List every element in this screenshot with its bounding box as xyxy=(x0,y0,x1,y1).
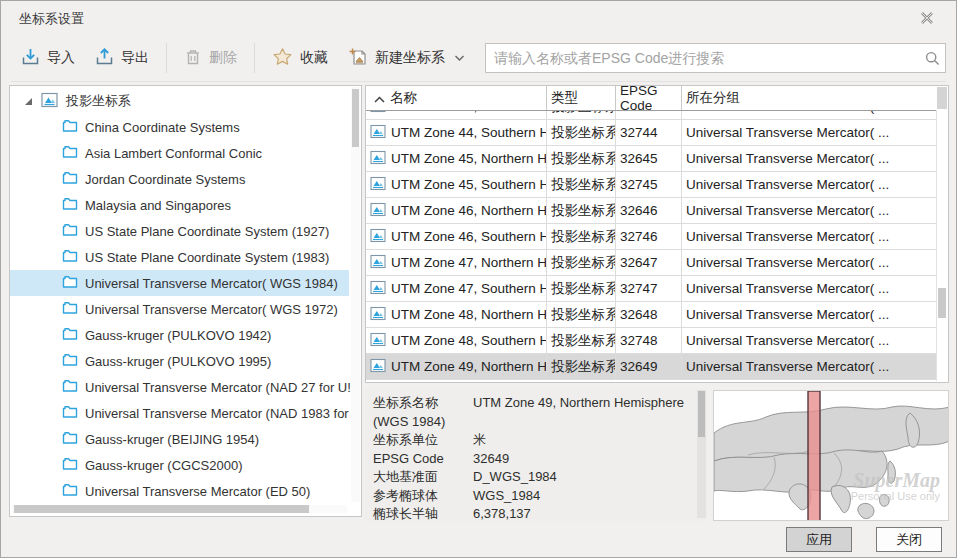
crs-extent-map: SuperMap Personal Use only xyxy=(713,390,949,521)
column-header-type[interactable]: 类型 xyxy=(547,86,616,110)
row-epsg-code: 32647 xyxy=(616,250,682,275)
table-row[interactable]: UTM Zone 49, Northern He... 投影坐标系 32649 … xyxy=(366,354,936,380)
row-type: 投影坐标系 xyxy=(547,120,616,145)
folder-icon xyxy=(62,223,78,240)
export-button[interactable]: 导出 xyxy=(85,41,159,75)
folder-icon xyxy=(62,275,78,292)
column-header-group[interactable]: 所在分组 xyxy=(682,86,936,110)
row-epsg-code: 32744 xyxy=(616,120,682,145)
toolbar-separator xyxy=(254,43,255,73)
detail-value: WGS_1984 xyxy=(473,488,540,503)
utm-zone-strip xyxy=(808,391,820,521)
row-name: UTM Zone 45, Northern He... xyxy=(391,151,547,166)
row-group: Universal Transverse Mercator( ... xyxy=(682,354,936,379)
crs-item-icon xyxy=(370,150,386,168)
tree-item[interactable]: Asia Lambert Conformal Conic xyxy=(10,140,349,166)
tree-item[interactable]: Gauss-kruger (CGCS2000) xyxy=(10,452,349,478)
folder-icon xyxy=(62,145,78,162)
folder-icon xyxy=(62,249,78,266)
toolbar: 导入 导出 删除 xyxy=(11,35,946,82)
row-name: UTM Zone 48, Southern He... xyxy=(391,333,547,348)
tree-item[interactable]: Gauss-kruger (PULKOVO 1942) xyxy=(10,322,349,348)
crs-item-icon xyxy=(370,306,386,324)
tree-root-label: 投影坐标系 xyxy=(66,92,131,110)
table-row[interactable]: UTM Zone 45, Southern He... 投影坐标系 32745 … xyxy=(366,172,936,198)
detail-value: 32649 xyxy=(473,451,509,466)
row-type: 投影坐标系 xyxy=(547,198,616,223)
folder-icon xyxy=(62,379,78,396)
tree-item[interactable]: Universal Transverse Mercator (NAD 1983 … xyxy=(10,400,349,426)
table-viewport: UTM Zone 44, Northern He... 投影坐标系 32644 … xyxy=(366,110,936,381)
row-epsg-code: 32649 xyxy=(616,354,682,379)
tree-item[interactable]: Universal Transverse Mercator( WGS 1972) xyxy=(10,296,349,322)
scrollbar-thumb[interactable] xyxy=(14,505,309,513)
table-row[interactable]: UTM Zone 47, Northern He... 投影坐标系 32647 … xyxy=(366,250,936,276)
tree-item[interactable]: US State Plane Coordinate System (1927) xyxy=(10,218,349,244)
detail-label: 椭球长半轴 xyxy=(373,505,473,521)
detail-row: 坐标系单位米 xyxy=(373,431,693,450)
close-icon[interactable] xyxy=(918,9,936,27)
tree-item[interactable]: Universal Transverse Mercator( WGS 1984) xyxy=(10,270,349,296)
column-header-name[interactable]: 名称 xyxy=(366,86,547,110)
close-button[interactable]: 关闭 xyxy=(876,527,942,552)
new-crs-button[interactable]: 新建坐标系 xyxy=(338,41,475,75)
table-row[interactable]: UTM Zone 46, Northern He... 投影坐标系 32646 … xyxy=(366,198,936,224)
table-row[interactable]: UTM Zone 48, Southern He... 投影坐标系 32748 … xyxy=(366,328,936,354)
details-scrollbar[interactable] xyxy=(697,390,706,518)
row-name: UTM Zone 45, Southern He... xyxy=(391,177,547,192)
favorite-button[interactable]: 收藏 xyxy=(262,41,338,75)
dialog-title: 坐标系设置 xyxy=(19,10,84,28)
coordinate-system-dialog: 坐标系设置 导入 xyxy=(0,0,957,558)
table-row[interactable]: UTM Zone 47, Southern He... 投影坐标系 32747 … xyxy=(366,276,936,302)
row-name: UTM Zone 46, Northern He... xyxy=(391,203,547,218)
crs-group-tree: 投影坐标系 China Coordinate Systems xyxy=(9,85,362,517)
tree-item-label: Universal Transverse Mercator( WGS 1972) xyxy=(85,302,338,317)
folder-icon xyxy=(62,405,78,422)
column-header-epsg[interactable]: EPSG Code xyxy=(616,86,682,110)
tree-horizontal-scrollbar[interactable] xyxy=(12,505,347,513)
toolbar-separator xyxy=(166,43,167,73)
export-label: 导出 xyxy=(121,49,149,67)
tree-item-label: Malaysia and Singapores xyxy=(85,198,231,213)
apply-button[interactable]: 应用 xyxy=(786,527,852,552)
tree-root-projected-crs[interactable]: 投影坐标系 xyxy=(10,88,349,114)
folder-icon xyxy=(62,353,78,370)
scrollbar-corner xyxy=(937,87,947,109)
expand-triangle-icon[interactable] xyxy=(24,94,33,109)
crs-item-icon xyxy=(370,228,386,246)
search-input[interactable] xyxy=(486,45,919,71)
projected-crs-icon xyxy=(41,92,58,111)
tree-item[interactable]: China Coordinate Systems xyxy=(10,114,349,140)
table-row[interactable]: UTM Zone 48, Northern He... 投影坐标系 32648 … xyxy=(366,302,936,328)
scrollbar-thumb[interactable] xyxy=(352,89,359,147)
folder-icon xyxy=(62,197,78,214)
tree-item[interactable]: US State Plane Coordinate System (1983) xyxy=(10,244,349,270)
import-icon xyxy=(21,47,40,69)
tree-item[interactable]: Universal Transverse Mercator (NAD 27 fo… xyxy=(10,374,349,400)
delete-button[interactable]: 删除 xyxy=(174,41,247,75)
row-epsg-code: 32747 xyxy=(616,276,682,301)
tree-item[interactable]: Malaysia and Singapores xyxy=(10,192,349,218)
tree-item[interactable]: Jordan Coordinate Systems xyxy=(10,166,349,192)
row-type: 投影坐标系 xyxy=(547,302,616,327)
detail-row: 参考椭球体WGS_1984 xyxy=(373,487,693,506)
scrollbar-thumb[interactable] xyxy=(698,391,705,437)
tree-item-label: Universal Transverse Mercator (ED 50) xyxy=(85,484,310,499)
star-icon xyxy=(272,47,293,70)
tree-vertical-scrollbar[interactable] xyxy=(351,87,360,502)
detail-label: 坐标系单位 xyxy=(373,431,473,450)
tree-item[interactable]: Universal Transverse Mercator (ED 50) xyxy=(10,478,349,504)
table-row[interactable]: UTM Zone 44, Southern He... 投影坐标系 32744 … xyxy=(366,120,936,146)
import-button[interactable]: 导入 xyxy=(11,41,85,75)
table-row[interactable]: UTM Zone 45, Northern He... 投影坐标系 32645 … xyxy=(366,146,936,172)
search-icon[interactable] xyxy=(919,50,945,67)
row-epsg-code: 32745 xyxy=(616,172,682,197)
scrollbar-thumb[interactable] xyxy=(938,288,946,318)
folder-icon xyxy=(62,431,78,448)
tree-item[interactable]: Gauss-kruger (PULKOVO 1995) xyxy=(10,348,349,374)
table-vertical-scrollbar[interactable] xyxy=(936,110,947,381)
tree-item[interactable]: Gauss-kruger (BEIJING 1954) xyxy=(10,426,349,452)
tree-item-label: Gauss-kruger (CGCS2000) xyxy=(85,458,243,473)
row-group: Universal Transverse Mercator( ... xyxy=(682,172,936,197)
table-row[interactable]: UTM Zone 46, Southern He... 投影坐标系 32746 … xyxy=(366,224,936,250)
